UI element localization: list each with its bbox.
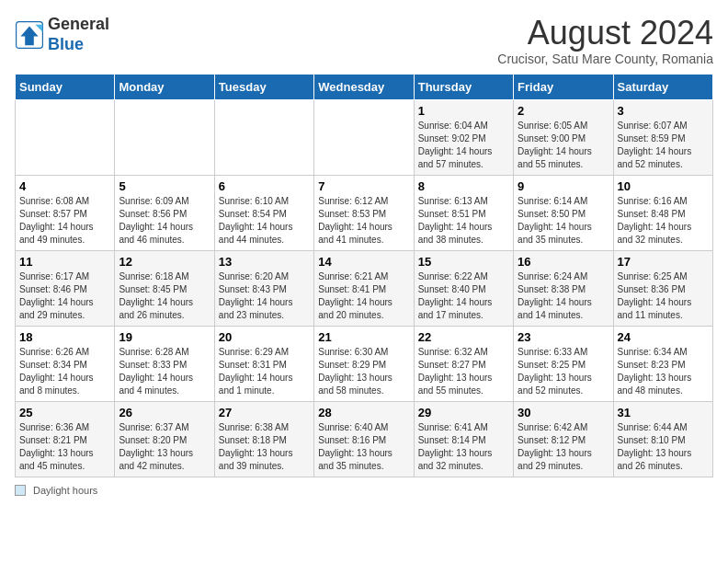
calendar-cell: 26Sunrise: 6:37 AM Sunset: 8:20 PM Dayli… [115,401,214,477]
day-info: Sunrise: 6:36 AM Sunset: 8:21 PM Dayligh… [19,421,110,473]
day-number: 23 [518,330,609,344]
legend-label: Daylight hours [33,485,97,496]
week-row-4: 18Sunrise: 6:26 AM Sunset: 8:34 PM Dayli… [16,326,713,401]
day-number: 14 [318,255,409,269]
day-info: Sunrise: 6:38 AM Sunset: 8:18 PM Dayligh… [219,421,310,473]
calendar-cell: 9Sunrise: 6:14 AM Sunset: 8:50 PM Daylig… [514,175,613,250]
calendar-cell: 8Sunrise: 6:13 AM Sunset: 8:51 PM Daylig… [414,175,513,250]
week-row-2: 4Sunrise: 6:08 AM Sunset: 8:57 PM Daylig… [16,175,713,250]
calendar-cell: 1Sunrise: 6:04 AM Sunset: 9:02 PM Daylig… [414,99,513,175]
day-number: 8 [418,179,509,193]
day-info: Sunrise: 6:05 AM Sunset: 9:00 PM Dayligh… [518,120,609,171]
day-info: Sunrise: 6:12 AM Sunset: 8:53 PM Dayligh… [318,195,409,247]
day-number: 3 [618,104,709,118]
day-info: Sunrise: 6:14 AM Sunset: 8:50 PM Dayligh… [518,195,609,247]
legend-box [15,485,26,496]
day-info: Sunrise: 6:24 AM Sunset: 8:38 PM Dayligh… [518,270,609,322]
day-number: 13 [219,255,310,269]
day-info: Sunrise: 6:07 AM Sunset: 8:59 PM Dayligh… [618,120,709,171]
calendar-cell: 17Sunrise: 6:25 AM Sunset: 8:36 PM Dayli… [613,250,712,326]
day-number: 10 [618,179,709,193]
calendar-cell: 19Sunrise: 6:28 AM Sunset: 8:33 PM Dayli… [115,326,214,401]
day-number: 29 [418,406,509,419]
calendar-table: SundayMondayTuesdayWednesdayThursdayFrid… [15,74,713,477]
day-info: Sunrise: 6:17 AM Sunset: 8:46 PM Dayligh… [19,270,110,322]
days-header-row: SundayMondayTuesdayWednesdayThursdayFrid… [16,74,713,99]
calendar-cell: 16Sunrise: 6:24 AM Sunset: 8:38 PM Dayli… [514,250,613,326]
day-number: 24 [618,330,709,344]
day-info: Sunrise: 6:29 AM Sunset: 8:31 PM Dayligh… [219,346,310,397]
day-info: Sunrise: 6:04 AM Sunset: 9:02 PM Dayligh… [418,120,509,171]
day-number: 16 [518,255,609,269]
calendar-cell: 31Sunrise: 6:44 AM Sunset: 8:10 PM Dayli… [613,401,712,477]
title-area: August 2024 Crucisor, Satu Mare County, … [497,15,713,66]
calendar-cell: 23Sunrise: 6:33 AM Sunset: 8:25 PM Dayli… [514,326,613,401]
calendar-cell: 24Sunrise: 6:34 AM Sunset: 8:23 PM Dayli… [613,326,712,401]
day-header-saturday: Saturday [613,74,712,99]
week-row-3: 11Sunrise: 6:17 AM Sunset: 8:46 PM Dayli… [16,250,713,326]
calendar-cell: 4Sunrise: 6:08 AM Sunset: 8:57 PM Daylig… [16,175,115,250]
calendar-cell: 5Sunrise: 6:09 AM Sunset: 8:56 PM Daylig… [115,175,214,250]
page-header: General Blue August 2024 Crucisor, Satu … [15,15,713,66]
calendar-cell: 21Sunrise: 6:30 AM Sunset: 8:29 PM Dayli… [314,326,414,401]
day-info: Sunrise: 6:08 AM Sunset: 8:57 PM Dayligh… [19,195,110,247]
day-info: Sunrise: 6:33 AM Sunset: 8:25 PM Dayligh… [518,346,609,397]
day-number: 27 [219,406,310,419]
logo-icon [15,20,44,50]
day-number: 26 [119,406,210,419]
day-header-friday: Friday [514,74,613,99]
day-info: Sunrise: 6:40 AM Sunset: 8:16 PM Dayligh… [318,421,409,473]
day-info: Sunrise: 6:25 AM Sunset: 8:36 PM Dayligh… [618,270,709,322]
day-number: 20 [219,330,310,344]
day-info: Sunrise: 6:16 AM Sunset: 8:48 PM Dayligh… [618,195,709,247]
day-number: 31 [618,406,709,419]
day-header-wednesday: Wednesday [314,74,414,99]
day-info: Sunrise: 6:30 AM Sunset: 8:29 PM Dayligh… [318,346,409,397]
day-number: 19 [119,330,210,344]
day-number: 2 [518,104,609,118]
calendar-cell: 22Sunrise: 6:32 AM Sunset: 8:27 PM Dayli… [414,326,513,401]
day-info: Sunrise: 6:42 AM Sunset: 8:12 PM Dayligh… [518,421,609,473]
svg-marker-1 [20,26,38,45]
calendar-cell: 15Sunrise: 6:22 AM Sunset: 8:40 PM Dayli… [414,250,513,326]
calendar-cell [16,99,115,175]
calendar-cell: 20Sunrise: 6:29 AM Sunset: 8:31 PM Dayli… [214,326,313,401]
day-number: 22 [418,330,509,344]
day-number: 11 [19,255,110,269]
day-number: 5 [119,179,210,193]
day-info: Sunrise: 6:28 AM Sunset: 8:33 PM Dayligh… [119,346,210,397]
calendar-cell: 14Sunrise: 6:21 AM Sunset: 8:41 PM Dayli… [314,250,414,326]
day-info: Sunrise: 6:20 AM Sunset: 8:43 PM Dayligh… [219,270,310,322]
calendar-title: August 2024 [497,15,713,52]
day-info: Sunrise: 6:32 AM Sunset: 8:27 PM Dayligh… [418,346,509,397]
day-info: Sunrise: 6:21 AM Sunset: 8:41 PM Dayligh… [318,270,409,322]
calendar-cell: 10Sunrise: 6:16 AM Sunset: 8:48 PM Dayli… [613,175,712,250]
day-number: 25 [19,406,110,419]
day-info: Sunrise: 6:34 AM Sunset: 8:23 PM Dayligh… [618,346,709,397]
day-info: Sunrise: 6:22 AM Sunset: 8:40 PM Dayligh… [418,270,509,322]
day-number: 30 [518,406,609,419]
day-number: 21 [318,330,409,344]
calendar-cell: 3Sunrise: 6:07 AM Sunset: 8:59 PM Daylig… [613,99,712,175]
logo-general-text: General [48,15,109,33]
day-info: Sunrise: 6:09 AM Sunset: 8:56 PM Dayligh… [119,195,210,247]
calendar-cell: 18Sunrise: 6:26 AM Sunset: 8:34 PM Dayli… [16,326,115,401]
day-number: 28 [318,406,409,419]
calendar-cell: 30Sunrise: 6:42 AM Sunset: 8:12 PM Dayli… [514,401,613,477]
day-header-sunday: Sunday [16,74,115,99]
logo: General Blue [15,15,109,54]
day-number: 17 [618,255,709,269]
calendar-cell [115,99,214,175]
legend: Daylight hours [15,485,713,496]
day-number: 15 [418,255,509,269]
day-number: 7 [318,179,409,193]
calendar-cell: 25Sunrise: 6:36 AM Sunset: 8:21 PM Dayli… [16,401,115,477]
calendar-cell: 13Sunrise: 6:20 AM Sunset: 8:43 PM Dayli… [214,250,313,326]
day-info: Sunrise: 6:26 AM Sunset: 8:34 PM Dayligh… [19,346,110,397]
calendar-cell: 6Sunrise: 6:10 AM Sunset: 8:54 PM Daylig… [214,175,313,250]
day-number: 9 [518,179,609,193]
calendar-cell: 12Sunrise: 6:18 AM Sunset: 8:45 PM Dayli… [115,250,214,326]
logo-blue-text: Blue [48,35,84,53]
day-header-monday: Monday [115,74,214,99]
calendar-cell: 27Sunrise: 6:38 AM Sunset: 8:18 PM Dayli… [214,401,313,477]
